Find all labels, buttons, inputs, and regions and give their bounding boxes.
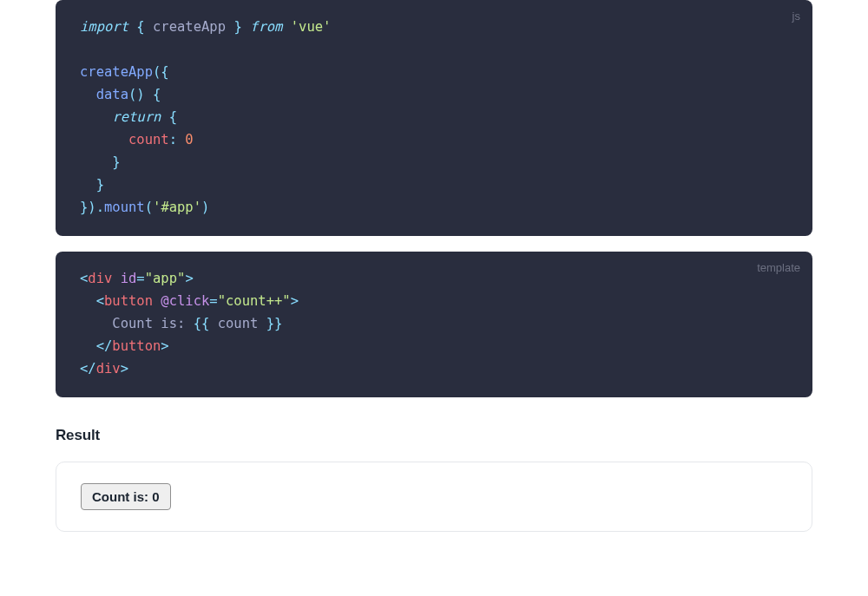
code-content-template: <div id="app"> <button @click="count++">… bbox=[80, 267, 788, 380]
result-heading: Result bbox=[56, 427, 812, 444]
language-label-template: template bbox=[757, 259, 800, 278]
code-block-js: js import { createApp } from 'vue' creat… bbox=[56, 0, 812, 236]
code-content-js: import { createApp } from 'vue' createAp… bbox=[80, 16, 788, 219]
count-button[interactable]: Count is: 0 bbox=[81, 483, 171, 510]
language-label-js: js bbox=[792, 7, 800, 26]
code-block-template: template <div id="app"> <button @click="… bbox=[56, 252, 812, 397]
result-demo-container: Count is: 0 bbox=[56, 462, 812, 532]
